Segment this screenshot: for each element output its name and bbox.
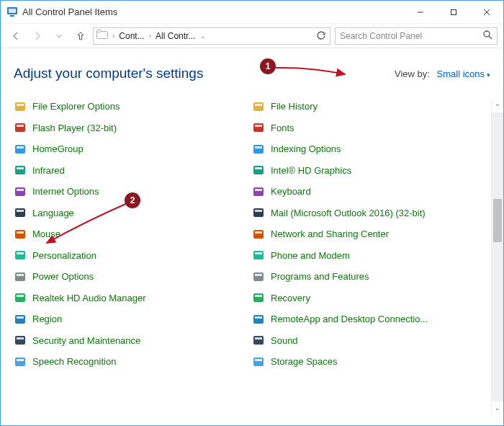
control-panel-item[interactable]: Mouse bbox=[14, 228, 252, 240]
close-button[interactable] bbox=[470, 1, 503, 24]
item-label[interactable]: HomeGroup bbox=[32, 143, 84, 154]
item-label[interactable]: File Explorer Options bbox=[32, 101, 120, 112]
item-label[interactable]: File History bbox=[271, 101, 318, 112]
control-panel-item[interactable]: Mail (Microsoft Outlook 2016) (32-bit) bbox=[252, 207, 490, 219]
item-label[interactable]: Storage Spaces bbox=[271, 356, 338, 367]
svg-point-9 bbox=[484, 31, 490, 37]
control-panel-item[interactable]: Keyboard bbox=[252, 185, 490, 198]
svg-rect-15 bbox=[15, 145, 25, 154]
item-label[interactable]: Speech Recognition bbox=[32, 356, 116, 367]
view-by-control[interactable]: View by: Small icons▾ bbox=[395, 68, 490, 79]
back-button[interactable] bbox=[6, 27, 25, 45]
control-panel-item[interactable]: Flash Player (32-bit) bbox=[14, 122, 252, 134]
item-label[interactable]: Infrared bbox=[32, 165, 65, 176]
svg-rect-26 bbox=[17, 252, 24, 254]
item-label[interactable]: Mail (Microsoft Outlook 2016) (32-bit) bbox=[271, 208, 426, 218]
item-label[interactable]: Power Options bbox=[32, 271, 94, 282]
svg-rect-29 bbox=[15, 293, 25, 302]
item-label[interactable]: Realtek HD Audio Manager bbox=[32, 293, 146, 303]
item-label[interactable]: Mouse bbox=[32, 228, 60, 239]
control-panel-item[interactable]: Recovery bbox=[252, 292, 490, 304]
item-label[interactable]: Intel® HD Graphics bbox=[271, 165, 351, 176]
up-button[interactable] bbox=[71, 27, 90, 45]
svg-rect-30 bbox=[17, 295, 24, 297]
item-icon bbox=[14, 121, 27, 134]
item-label[interactable]: Programs and Features bbox=[271, 271, 369, 282]
item-label[interactable]: Flash Player (32-bit) bbox=[32, 123, 117, 133]
breadcrumb-item[interactable]: All Contr... bbox=[156, 31, 195, 41]
item-label[interactable]: Personalization bbox=[32, 250, 96, 261]
control-panel-item[interactable]: HomeGroup bbox=[14, 143, 252, 155]
item-label[interactable]: Fonts bbox=[271, 123, 294, 133]
control-panel-item[interactable]: Intel® HD Graphics bbox=[252, 164, 490, 177]
svg-rect-62 bbox=[255, 359, 262, 361]
item-label[interactable]: RemoteApp and Desktop Connectio... bbox=[271, 314, 428, 324]
item-label[interactable]: Region bbox=[32, 314, 62, 324]
forward-button[interactable] bbox=[28, 27, 47, 45]
item-icon bbox=[252, 185, 265, 198]
item-icon bbox=[252, 334, 265, 347]
svg-rect-33 bbox=[15, 336, 25, 345]
maximize-button[interactable] bbox=[437, 1, 470, 24]
content-area: Adjust your computer's settings View by:… bbox=[1, 48, 503, 425]
control-panel-item[interactable]: Security and Maintenance bbox=[14, 334, 252, 347]
svg-rect-59 bbox=[253, 336, 264, 345]
items-grid: File Explorer OptionsFlash Player (32-bi… bbox=[14, 100, 490, 414]
svg-rect-23 bbox=[15, 230, 25, 239]
item-label[interactable]: Phone and Modem bbox=[271, 250, 350, 261]
search-input[interactable] bbox=[340, 31, 478, 41]
view-by-value[interactable]: Small icons bbox=[437, 68, 485, 79]
item-label[interactable]: Recovery bbox=[271, 293, 310, 303]
scroll-up-icon[interactable]: ⌃ bbox=[492, 100, 503, 112]
item-icon bbox=[14, 206, 27, 219]
search-icon[interactable] bbox=[482, 30, 492, 42]
recent-dropdown[interactable] bbox=[50, 27, 68, 45]
control-panel-item[interactable]: RemoteApp and Desktop Connectio... bbox=[252, 313, 490, 325]
item-label[interactable]: Indexing Options bbox=[271, 143, 341, 154]
item-icon bbox=[252, 164, 265, 177]
item-icon bbox=[14, 100, 27, 113]
control-panel-item[interactable]: Speech Recognition bbox=[14, 355, 252, 368]
breadcrumb-item[interactable]: Cont... bbox=[119, 31, 144, 41]
item-label[interactable]: Internet Options bbox=[32, 186, 99, 197]
vertical-scrollbar[interactable]: ⌃ ⌄ bbox=[491, 100, 503, 414]
item-icon bbox=[14, 249, 27, 262]
svg-rect-11 bbox=[15, 102, 25, 111]
control-panel-item[interactable]: File History bbox=[252, 100, 490, 112]
item-label[interactable]: Language bbox=[32, 208, 74, 218]
control-panel-item[interactable]: Power Options bbox=[14, 270, 252, 283]
item-label[interactable]: Sound bbox=[271, 335, 298, 346]
control-panel-item[interactable]: Storage Spaces bbox=[252, 355, 490, 368]
svg-rect-36 bbox=[17, 359, 24, 361]
svg-rect-32 bbox=[17, 316, 24, 319]
control-panel-item[interactable]: Region bbox=[14, 313, 252, 325]
search-box[interactable] bbox=[335, 27, 498, 45]
control-panel-item[interactable]: Personalization bbox=[14, 249, 252, 262]
svg-rect-61 bbox=[253, 358, 264, 366]
address-bar[interactable]: › Cont... › All Contr... ⌄ bbox=[93, 27, 330, 45]
scroll-track[interactable] bbox=[492, 112, 503, 401]
window-titlebar: All Control Panel Items bbox=[1, 1, 503, 24]
annotation-badge: 1 bbox=[260, 58, 276, 74]
scroll-down-icon[interactable]: ⌄ bbox=[492, 401, 503, 414]
item-icon bbox=[14, 143, 27, 156]
item-label[interactable]: Network and Sharing Center bbox=[271, 228, 389, 239]
address-dropdown[interactable]: ⌄ bbox=[198, 32, 208, 40]
control-panel-item[interactable]: Sound bbox=[252, 334, 490, 347]
item-label[interactable]: Keyboard bbox=[271, 186, 311, 197]
item-label[interactable]: Security and Maintenance bbox=[32, 335, 140, 346]
minimize-button[interactable] bbox=[404, 1, 437, 24]
control-panel-item[interactable]: Fonts bbox=[252, 122, 490, 134]
scroll-thumb[interactable] bbox=[493, 199, 502, 242]
control-panel-item[interactable]: Programs and Features bbox=[252, 270, 490, 283]
control-panel-item[interactable]: Indexing Options bbox=[252, 143, 490, 155]
control-panel-item[interactable]: Network and Sharing Center bbox=[252, 228, 490, 240]
svg-rect-17 bbox=[15, 166, 25, 174]
control-panel-item[interactable]: Infrared bbox=[14, 164, 252, 177]
item-icon bbox=[252, 313, 265, 326]
control-panel-item[interactable]: Phone and Modem bbox=[252, 249, 490, 262]
control-panel-item[interactable]: Language bbox=[14, 207, 252, 219]
control-panel-item[interactable]: File Explorer Options bbox=[14, 100, 252, 112]
refresh-button[interactable] bbox=[312, 31, 330, 41]
control-panel-item[interactable]: Realtek HD Audio Manager bbox=[14, 292, 252, 304]
